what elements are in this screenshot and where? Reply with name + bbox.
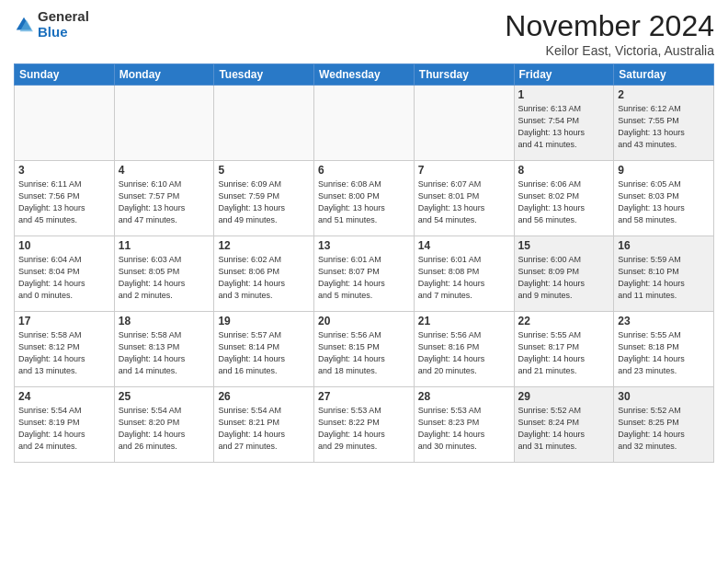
- weekday-header-monday: Monday: [114, 64, 214, 86]
- week-row-5: 24Sunrise: 5:54 AM Sunset: 8:19 PM Dayli…: [15, 387, 714, 463]
- day-number: 5: [218, 164, 310, 177]
- day-info: Sunrise: 6:06 AM Sunset: 8:02 PM Dayligh…: [518, 178, 610, 226]
- day-info: Sunrise: 5:52 AM Sunset: 8:24 PM Dayligh…: [518, 405, 610, 453]
- day-cell: 10Sunrise: 6:04 AM Sunset: 8:04 PM Dayli…: [15, 236, 115, 312]
- day-info: Sunrise: 5:55 AM Sunset: 8:18 PM Dayligh…: [618, 329, 710, 377]
- day-cell: 7Sunrise: 6:07 AM Sunset: 8:01 PM Daylig…: [414, 161, 514, 236]
- week-row-3: 10Sunrise: 6:04 AM Sunset: 8:04 PM Dayli…: [15, 236, 714, 312]
- month-title: November 2024: [505, 9, 714, 43]
- day-cell: 3Sunrise: 6:11 AM Sunset: 7:56 PM Daylig…: [15, 161, 115, 236]
- week-row-4: 17Sunrise: 5:58 AM Sunset: 8:12 PM Dayli…: [15, 312, 714, 387]
- day-cell: 6Sunrise: 6:08 AM Sunset: 8:00 PM Daylig…: [314, 161, 415, 236]
- day-info: Sunrise: 6:08 AM Sunset: 8:00 PM Dayligh…: [318, 178, 410, 226]
- location: Keilor East, Victoria, Australia: [505, 43, 714, 58]
- day-cell: 1Sunrise: 6:13 AM Sunset: 7:54 PM Daylig…: [514, 86, 614, 161]
- weekday-header-tuesday: Tuesday: [214, 64, 314, 86]
- calendar-table: SundayMondayTuesdayWednesdayThursdayFrid…: [14, 63, 714, 463]
- day-cell: 13Sunrise: 6:01 AM Sunset: 8:07 PM Dayli…: [314, 236, 415, 312]
- day-info: Sunrise: 6:02 AM Sunset: 8:06 PM Dayligh…: [218, 254, 310, 302]
- day-number: 12: [218, 239, 310, 252]
- day-cell: 5Sunrise: 6:09 AM Sunset: 7:59 PM Daylig…: [214, 161, 314, 236]
- weekday-header-thursday: Thursday: [414, 64, 514, 86]
- week-row-2: 3Sunrise: 6:11 AM Sunset: 7:56 PM Daylig…: [15, 161, 714, 236]
- day-number: 25: [119, 390, 210, 403]
- day-cell: [214, 86, 314, 161]
- day-info: Sunrise: 5:56 AM Sunset: 8:16 PM Dayligh…: [418, 329, 510, 377]
- day-cell: 27Sunrise: 5:53 AM Sunset: 8:22 PM Dayli…: [314, 387, 415, 463]
- day-number: 24: [18, 390, 110, 403]
- day-info: Sunrise: 5:58 AM Sunset: 8:13 PM Dayligh…: [119, 329, 210, 377]
- day-number: 10: [18, 239, 110, 252]
- day-number: 19: [218, 315, 310, 327]
- day-number: 18: [119, 315, 210, 327]
- logo-general: General: [38, 8, 89, 24]
- day-cell: 20Sunrise: 5:56 AM Sunset: 8:15 PM Dayli…: [314, 312, 415, 387]
- day-info: Sunrise: 5:54 AM Sunset: 8:21 PM Dayligh…: [218, 405, 310, 453]
- logo-blue: Blue: [38, 24, 68, 40]
- day-number: 30: [618, 390, 710, 403]
- day-number: 29: [518, 390, 610, 403]
- day-cell: 22Sunrise: 5:55 AM Sunset: 8:17 PM Dayli…: [514, 312, 614, 387]
- day-cell: 26Sunrise: 5:54 AM Sunset: 8:21 PM Dayli…: [214, 387, 314, 463]
- day-cell: 21Sunrise: 5:56 AM Sunset: 8:16 PM Dayli…: [414, 312, 514, 387]
- day-info: Sunrise: 5:58 AM Sunset: 8:12 PM Dayligh…: [18, 329, 110, 377]
- day-cell: 8Sunrise: 6:06 AM Sunset: 8:02 PM Daylig…: [514, 161, 614, 236]
- day-number: 23: [618, 315, 710, 327]
- weekday-header-sunday: Sunday: [15, 64, 115, 86]
- day-number: 8: [518, 164, 610, 177]
- day-cell: 12Sunrise: 6:02 AM Sunset: 8:06 PM Dayli…: [214, 236, 314, 312]
- day-info: Sunrise: 6:04 AM Sunset: 8:04 PM Dayligh…: [18, 254, 110, 302]
- day-number: 6: [318, 164, 410, 177]
- day-info: Sunrise: 6:01 AM Sunset: 8:08 PM Dayligh…: [418, 254, 510, 302]
- day-cell: 15Sunrise: 6:00 AM Sunset: 8:09 PM Dayli…: [514, 236, 614, 312]
- day-info: Sunrise: 5:59 AM Sunset: 8:10 PM Dayligh…: [618, 254, 710, 302]
- day-number: 2: [618, 88, 710, 101]
- day-number: 3: [18, 164, 110, 177]
- day-info: Sunrise: 5:55 AM Sunset: 8:17 PM Dayligh…: [518, 329, 610, 377]
- day-info: Sunrise: 6:00 AM Sunset: 8:09 PM Dayligh…: [518, 254, 610, 302]
- weekday-header-saturday: Saturday: [614, 64, 714, 86]
- day-info: Sunrise: 6:13 AM Sunset: 7:54 PM Dayligh…: [518, 103, 610, 151]
- logo-icon: [14, 15, 34, 35]
- day-number: 13: [318, 239, 410, 252]
- title-area: November 2024 Keilor East, Victoria, Aus…: [505, 9, 714, 58]
- day-number: 17: [18, 315, 110, 327]
- day-info: Sunrise: 5:53 AM Sunset: 8:23 PM Dayligh…: [418, 405, 510, 453]
- day-number: 7: [418, 164, 510, 177]
- day-cell: [314, 86, 415, 161]
- day-cell: 19Sunrise: 5:57 AM Sunset: 8:14 PM Dayli…: [214, 312, 314, 387]
- day-cell: 29Sunrise: 5:52 AM Sunset: 8:24 PM Dayli…: [514, 387, 614, 463]
- day-number: 21: [418, 315, 510, 327]
- weekday-header-friday: Friday: [514, 64, 614, 86]
- day-info: Sunrise: 6:12 AM Sunset: 7:55 PM Dayligh…: [618, 103, 710, 151]
- day-number: 14: [418, 239, 510, 252]
- day-info: Sunrise: 6:11 AM Sunset: 7:56 PM Dayligh…: [18, 178, 110, 226]
- day-number: 20: [318, 315, 410, 327]
- week-row-1: 1Sunrise: 6:13 AM Sunset: 7:54 PM Daylig…: [15, 86, 714, 161]
- day-number: 9: [618, 164, 710, 177]
- day-info: Sunrise: 5:57 AM Sunset: 8:14 PM Dayligh…: [218, 329, 310, 377]
- day-info: Sunrise: 6:09 AM Sunset: 7:59 PM Dayligh…: [218, 178, 310, 226]
- page: General Blue November 2024 Keilor East, …: [0, 0, 728, 563]
- day-info: Sunrise: 5:54 AM Sunset: 8:20 PM Dayligh…: [119, 405, 210, 453]
- day-cell: 18Sunrise: 5:58 AM Sunset: 8:13 PM Dayli…: [114, 312, 214, 387]
- day-number: 1: [518, 88, 610, 101]
- day-cell: 17Sunrise: 5:58 AM Sunset: 8:12 PM Dayli…: [15, 312, 115, 387]
- day-cell: 30Sunrise: 5:52 AM Sunset: 8:25 PM Dayli…: [614, 387, 714, 463]
- day-info: Sunrise: 6:07 AM Sunset: 8:01 PM Dayligh…: [418, 178, 510, 226]
- day-number: 15: [518, 239, 610, 252]
- day-number: 22: [518, 315, 610, 327]
- day-info: Sunrise: 5:56 AM Sunset: 8:15 PM Dayligh…: [318, 329, 410, 377]
- day-cell: [114, 86, 214, 161]
- day-info: Sunrise: 5:52 AM Sunset: 8:25 PM Dayligh…: [618, 405, 710, 453]
- day-cell: [414, 86, 514, 161]
- weekday-header-row: SundayMondayTuesdayWednesdayThursdayFrid…: [15, 64, 714, 86]
- day-info: Sunrise: 5:53 AM Sunset: 8:22 PM Dayligh…: [318, 405, 410, 453]
- day-number: 11: [119, 239, 210, 252]
- day-info: Sunrise: 5:54 AM Sunset: 8:19 PM Dayligh…: [18, 405, 110, 453]
- day-number: 26: [218, 390, 310, 403]
- day-cell: 4Sunrise: 6:10 AM Sunset: 7:57 PM Daylig…: [114, 161, 214, 236]
- day-cell: 28Sunrise: 5:53 AM Sunset: 8:23 PM Dayli…: [414, 387, 514, 463]
- day-number: 28: [418, 390, 510, 403]
- logo-text: General Blue: [38, 9, 89, 40]
